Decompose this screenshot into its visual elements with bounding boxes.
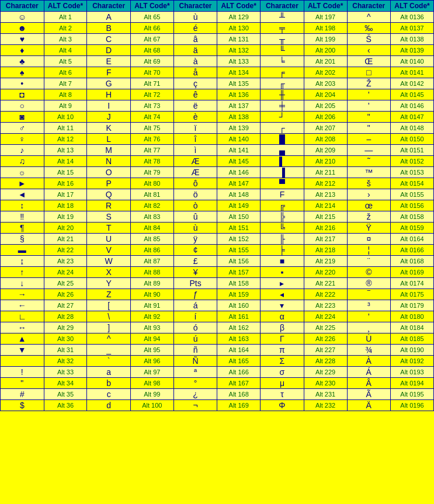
character-cell: ‹ (347, 45, 391, 56)
character-cell: ╒ (261, 67, 304, 78)
altcode-cell: Alt 0164 (391, 234, 434, 245)
character-cell: ▪ (261, 267, 304, 278)
altcode-cell: Alt 0174 (391, 278, 434, 289)
altcode-cell: Alt 148 (217, 189, 261, 200)
character-cell: C (87, 34, 131, 45)
altcode-cell: Alt 0153 (391, 167, 434, 178)
table-row: §Alt 21UAlt 85ÿAlt 152╟Alt 217¤Alt 0164 (1, 234, 434, 245)
character-cell: Ä (347, 400, 391, 411)
character-cell: ‰ (347, 23, 391, 34)
altcode-cell: Alt 20 (44, 223, 87, 234)
character-cell: • (1, 78, 44, 89)
altcode-cell: Alt 218 (304, 245, 347, 256)
character-cell: é (173, 23, 217, 34)
table-row: ☺Alt 1AAlt 65ùAlt 129╨Alt 197^Alt 0136 (1, 12, 434, 23)
character-cell: I (87, 100, 131, 112)
altcode-cell: Alt 212 (304, 178, 347, 189)
character-cell: ú (173, 333, 217, 345)
altcode-cell: Alt 86 (130, 245, 173, 256)
altcode-cell: Alt 0196 (391, 400, 434, 411)
altcode-cell: Alt 0154 (391, 178, 434, 189)
character-cell: ♪ (1, 145, 44, 156)
character-cell: Ÿ (347, 223, 391, 234)
altcode-cell: Alt 138 (217, 112, 261, 123)
altcode-cell: Alt 219 (304, 256, 347, 267)
altcode-cell: Alt 160 (217, 300, 261, 311)
altcode-cell: Alt 209 (304, 145, 347, 156)
altcode-cell: Alt 95 (130, 345, 173, 356)
altcode-cell: Alt 0148 (391, 123, 434, 134)
altcode-cell: Alt 11 (44, 123, 87, 134)
altcode-cell: Alt 31 (44, 345, 87, 356)
character-cell: ╨ (261, 12, 304, 23)
character-cell: ù (173, 223, 217, 234)
character-cell: ♥ (1, 34, 44, 45)
character-cell: U (87, 234, 131, 245)
character-cell: π (261, 345, 304, 356)
altcode-cell: Alt 151 (217, 223, 261, 234)
character-cell: ▌ (261, 156, 304, 167)
character-cell: Œ (347, 56, 391, 67)
character-cell: ▄ (261, 145, 304, 156)
altcode-cell: Alt 97 (130, 367, 173, 378)
character-cell: ◙ (1, 112, 44, 123)
altcode-cell: Alt 206 (304, 112, 347, 123)
character-cell: ▐ (261, 167, 304, 178)
character-cell: ╙ (261, 45, 304, 56)
character-cell: À (347, 356, 391, 367)
altcode-cell: Alt 133 (217, 56, 261, 67)
altcode-cell: Alt 34 (44, 378, 87, 389)
altcode-cell: Alt 92 (130, 311, 173, 322)
altcode-cell: Alt 0150 (391, 134, 434, 145)
character-cell: Σ (261, 356, 304, 367)
table-row: ↓Alt 25YAlt 89PtsAlt 158▸Alt 221®Alt 017… (1, 278, 434, 289)
character-cell: ► (1, 178, 44, 189)
character-cell: ¤ (347, 234, 391, 245)
altcode-cell: Alt 0146 (391, 100, 434, 112)
character-cell: ☻ (1, 23, 44, 34)
character-cell: ▀ (261, 178, 304, 189)
altcode-cell: Alt 162 (217, 322, 261, 333)
character-cell: ! (1, 367, 44, 378)
character-cell: ╞ (261, 245, 304, 256)
altcode-cell: Alt 16 (44, 178, 87, 189)
altcode-cell: Alt 0159 (391, 223, 434, 234)
character-cell: ¢ (173, 245, 217, 256)
character-cell: ▬ (1, 245, 44, 256)
table-row: ↑Alt 24XAlt 88¥Alt 157▪Alt 220©Alt 0169 (1, 267, 434, 278)
altcode-cell: Alt 159 (217, 289, 261, 300)
altcode-cell: Alt 199 (304, 34, 347, 45)
character-cell: F (87, 67, 131, 78)
altcode-cell: Alt 81 (130, 189, 173, 200)
alt-codes-table: CharacterALT Code*CharacterALT Code*Char… (0, 0, 434, 411)
altcode-cell: Alt 215 (304, 211, 347, 223)
character-cell: D (87, 45, 131, 56)
character-cell: a (87, 367, 131, 378)
table-row: ☻Alt 2BAlt 66éAlt 130╤Alt 198‰Alt 0137 (1, 23, 434, 34)
col-char-header: Character (261, 1, 304, 12)
altcode-cell: Alt 163 (217, 333, 261, 345)
character-cell: O (87, 167, 131, 178)
character-cell: " (347, 112, 391, 123)
table-row: ♥Alt 3CAlt 67âAlt 131╥Alt 199ŠAlt 0138 (1, 34, 434, 45)
altcode-cell: Alt 19 (44, 211, 87, 223)
altcode-cell: Alt 15 (44, 167, 87, 178)
altcode-cell: Alt 202 (304, 67, 347, 78)
altcode-cell: Alt 25 (44, 278, 87, 289)
character-cell: Ã (347, 389, 391, 400)
altcode-cell: Alt 67 (130, 34, 173, 45)
altcode-cell: Alt 214 (304, 200, 347, 211)
table-row: ♦Alt 4DAlt 68äAlt 132╙Alt 200‹Alt 0139 (1, 45, 434, 56)
character-cell: à (173, 56, 217, 67)
table-row: ▬Alt 22VAlt 86¢Alt 155╞Alt 218¦Alt 0166 (1, 245, 434, 256)
altcode-cell: Alt 13 (44, 145, 87, 156)
character-cell: ↔ (1, 322, 44, 333)
altcode-cell: Alt 232 (304, 400, 347, 411)
character-cell: û (173, 211, 217, 223)
altcode-cell: Alt 36 (44, 400, 87, 411)
altcode-cell: Alt 17 (44, 189, 87, 200)
character-cell: ì (173, 145, 217, 156)
altcode-cell: Alt 2 (44, 23, 87, 34)
character-cell: è (173, 112, 217, 123)
table-row: ○Alt 9IAlt 73ëAlt 137╪Alt 205'Alt 0146 (1, 100, 434, 112)
